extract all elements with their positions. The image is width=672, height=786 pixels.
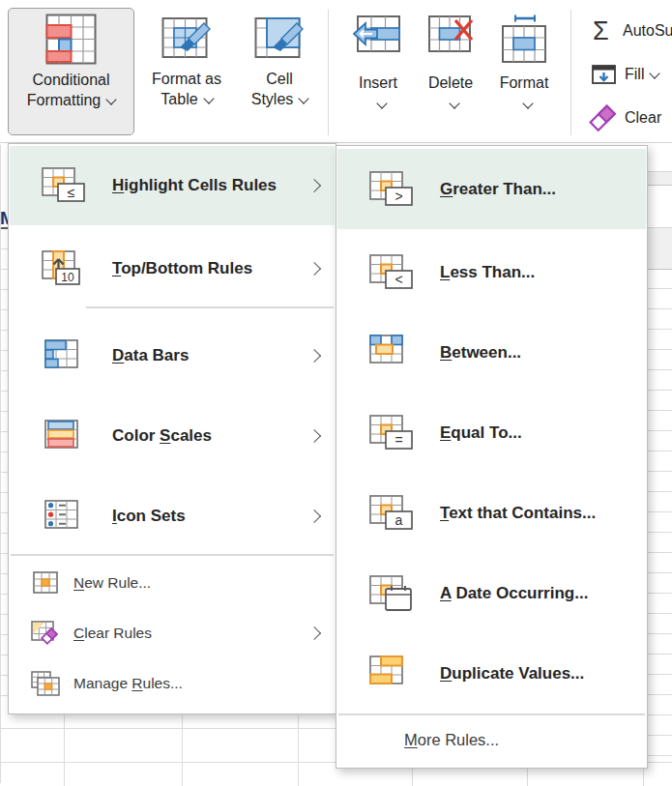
gridline — [644, 410, 672, 411]
gridline — [644, 349, 672, 350]
chevron-down-icon — [106, 94, 117, 104]
gridline — [644, 755, 672, 756]
gridline — [0, 248, 8, 249]
gridline — [0, 492, 8, 493]
submenu-item-more-rules[interactable]: More Rules... — [337, 715, 646, 764]
cell-styles-icon — [254, 12, 305, 66]
delete-label: Delete — [428, 74, 473, 92]
gridline — [644, 390, 672, 391]
conditional-formatting-icon — [45, 13, 98, 67]
format-as-table-label: Format as Table — [152, 69, 221, 109]
svg-text:≤: ≤ — [68, 185, 75, 200]
chevron-down-icon — [650, 68, 660, 78]
submenu-arrow-icon — [307, 179, 321, 192]
gridline — [0, 330, 8, 331]
eraser-icon — [588, 104, 617, 131]
clear-button[interactable]: Clear — [588, 102, 661, 133]
gridline — [0, 634, 8, 635]
gridline — [0, 309, 8, 310]
svg-text:10: 10 — [61, 271, 74, 284]
gridline — [0, 533, 8, 534]
color-scales-icon — [41, 420, 87, 452]
submenu-item-label: Less Than... — [440, 263, 535, 282]
submenu-item-between[interactable]: Between... — [337, 312, 646, 393]
menu-separator — [86, 306, 334, 308]
submenu-item-label: Greater Than... — [440, 180, 556, 199]
gridline — [644, 613, 672, 614]
delete-button[interactable]: Delete — [415, 8, 486, 135]
gridline — [0, 391, 8, 392]
format-label: Format — [500, 74, 549, 92]
submenu-item-a-date-occurring[interactable]: A Date Occurring... — [337, 553, 646, 633]
submenu-item-text-that-contains[interactable]: a Text that Contains... — [337, 473, 646, 553]
gridline — [0, 411, 8, 412]
submenu-item-label: More Rules... — [404, 731, 499, 749]
duplicate-values-icon — [368, 655, 415, 692]
between-icon — [368, 335, 415, 371]
fill-label: Fill — [625, 66, 658, 83]
gridline — [0, 553, 8, 554]
submenu-item-label: Text that Contains... — [440, 504, 596, 523]
gridline — [0, 370, 8, 371]
gridline — [0, 451, 8, 452]
insert-button[interactable]: Insert — [342, 8, 414, 135]
shaded-cell-fragment — [645, 227, 672, 270]
submenu-item-label: Between... — [440, 343, 521, 363]
clear-label: Clear — [625, 109, 661, 127]
sigma-icon: Σ — [592, 17, 615, 44]
conditional-formatting-label: Conditional Formatting — [27, 70, 115, 110]
conditional-formatting-menu: ≤ Highlight Cells Rules 10 Top/Bottom Ru… — [8, 143, 336, 714]
cell-styles-button[interactable]: Cell Styles — [242, 8, 317, 133]
highlight-cells-rules-icon: ≤ — [41, 167, 87, 204]
insert-cells-icon — [353, 14, 403, 70]
menu-item-new-rule[interactable]: New Rule... — [10, 559, 335, 607]
fill-button[interactable]: Fill — [592, 60, 658, 89]
clear-rules-icon — [31, 621, 60, 646]
submenu-item-less-than[interactable]: < Less Than... — [337, 232, 646, 312]
gridline — [644, 633, 672, 634]
autosum-button[interactable]: Σ AutoSum — [592, 15, 672, 46]
submenu-item-greater-than[interactable]: > Greater Than... — [337, 149, 646, 229]
menu-item-clear-rules[interactable]: Clear Rules — [10, 609, 335, 657]
svg-text:a: a — [395, 512, 403, 528]
new-rule-icon — [31, 571, 60, 595]
menu-item-highlight-cells-rules[interactable]: ≤ Highlight Cells Rules — [10, 146, 335, 225]
gridline — [644, 735, 672, 736]
gridline — [644, 714, 672, 715]
submenu-arrow-icon — [307, 429, 321, 443]
submenu-item-label: Equal To... — [440, 423, 522, 443]
chevron-down-icon — [203, 93, 214, 103]
format-button[interactable]: Format — [487, 8, 561, 135]
submenu-item-duplicate-values[interactable]: Duplicate Values... — [337, 633, 646, 713]
autosum-label: AutoSum — [623, 22, 672, 40]
chevron-down-icon — [522, 98, 533, 108]
submenu-arrow-icon — [307, 262, 321, 276]
excel-ribbon: Conditional Formatting Format as Table C… — [0, 0, 672, 143]
gridline — [0, 594, 8, 595]
menu-item-icon-sets[interactable]: Icon Sets — [10, 477, 335, 556]
conditional-formatting-button[interactable]: Conditional Formatting — [8, 8, 134, 135]
delete-cells-icon — [426, 14, 475, 70]
gridline — [644, 329, 672, 330]
chevron-down-icon — [449, 98, 459, 108]
menu-item-label: Data Bars — [112, 346, 189, 365]
format-as-table-button[interactable]: Format as Table — [135, 8, 238, 133]
gridline — [0, 289, 8, 290]
icon-sets-icon — [41, 500, 87, 533]
gridline — [644, 572, 672, 573]
gridline — [644, 369, 672, 370]
fill-down-icon — [592, 63, 617, 86]
insert-label: Insert — [359, 74, 397, 92]
ribbon-group-divider — [570, 10, 571, 135]
greater-than-icon: > — [368, 171, 415, 208]
submenu-item-label: A Date Occurring... — [440, 584, 588, 603]
gridline — [644, 288, 672, 289]
menu-item-color-scales[interactable]: Color Scales — [10, 396, 335, 476]
ribbon-group-divider — [328, 10, 329, 135]
submenu-item-equal-to[interactable]: = Equal To... — [337, 393, 646, 473]
menu-item-data-bars[interactable]: Data Bars — [10, 316, 335, 395]
menu-item-manage-rules[interactable]: Manage Rules... — [10, 659, 335, 708]
menu-item-top-bottom-rules[interactable]: 10 Top/Bottom Rules — [10, 229, 335, 308]
menu-item-label: Color Scales — [112, 426, 212, 446]
chevron-down-icon — [299, 93, 309, 103]
